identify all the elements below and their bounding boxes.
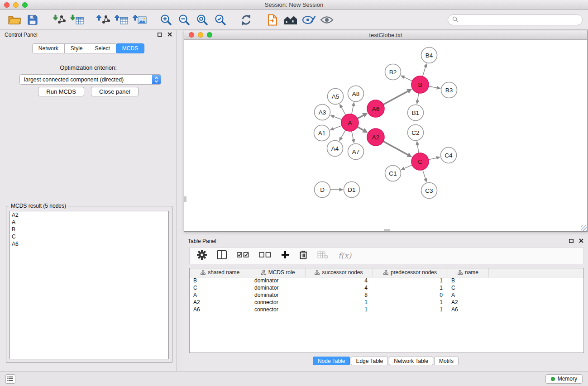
open-session-document-button[interactable] <box>263 12 282 28</box>
graph-edge-B-B1[interactable] <box>417 93 419 100</box>
close-panel-button[interactable]: Close panel <box>91 87 139 96</box>
table-cell[interactable]: dominator <box>251 284 305 291</box>
save-session-button[interactable] <box>24 12 42 28</box>
node-table[interactable]: shared nameMCDS rolesuccessor nodesprede… <box>189 268 584 353</box>
table-row[interactable]: Bdominator41B <box>190 277 583 284</box>
close-panel-icon[interactable] <box>167 32 172 38</box>
column-header-shared-name[interactable]: shared name <box>190 268 251 277</box>
graph-node-A4[interactable]: A4 <box>327 141 343 157</box>
float-table-panel-icon[interactable] <box>569 238 574 244</box>
graph-edge-B-B3[interactable] <box>429 86 437 88</box>
close-network-window-button[interactable] <box>189 32 194 38</box>
graph-edge-B-B4[interactable] <box>423 67 425 76</box>
graph-node-B1[interactable]: B1 <box>408 105 424 121</box>
column-header-name[interactable]: name <box>448 268 488 277</box>
delete-row-button[interactable] <box>299 250 307 262</box>
graph-edge-A-A7[interactable] <box>352 131 354 139</box>
optimization-criterion-select[interactable]: largest connected component (directed) <box>19 74 161 85</box>
graph-node-D[interactable]: D <box>315 182 330 198</box>
tab-network[interactable]: Network <box>32 43 65 53</box>
column-header-predecessor-nodes[interactable]: predecessor nodes <box>373 268 448 277</box>
table-cell[interactable]: 1 <box>373 299 448 306</box>
horizontal-scrollbar-stub[interactable] <box>384 229 390 231</box>
graph-edge-A-A3[interactable] <box>334 117 342 120</box>
result-item[interactable]: C <box>10 233 168 240</box>
table-cell[interactable]: 1 <box>373 306 448 313</box>
graph-node-A7[interactable]: A7 <box>348 144 364 160</box>
graph-node-A2[interactable]: A2 <box>367 129 384 146</box>
graph-node-C2[interactable]: C2 <box>408 125 424 141</box>
graph-node-B3[interactable]: B3 <box>441 82 457 98</box>
graph-edge-C-C3[interactable] <box>423 170 425 179</box>
table-cell[interactable]: A <box>448 291 488 299</box>
search-box[interactable] <box>448 14 583 25</box>
table-cell[interactable]: B <box>190 277 251 284</box>
table-row[interactable]: Adominator80A <box>190 291 583 299</box>
graph-node-C3[interactable]: C3 <box>421 183 437 199</box>
network-window-titlebar[interactable]: testGlobe.txt <box>184 30 587 40</box>
table-cell[interactable]: dominator <box>251 277 305 284</box>
float-panel-icon[interactable] <box>158 32 162 38</box>
table-cell[interactable]: A2 <box>448 299 488 306</box>
network-graph[interactable]: B4B2BB3A5A8A6B1A3AA1C2A2A4A7C4C1CC3DD1 <box>184 40 586 231</box>
graph-node-A5[interactable]: A5 <box>328 89 344 105</box>
graph-edge-C-C2[interactable] <box>417 145 419 153</box>
export-table-button[interactable] <box>112 12 130 28</box>
table-cell[interactable]: connector <box>251 299 305 306</box>
deselect-all-rows-button[interactable] <box>259 251 271 260</box>
import-table-disabled-button[interactable] <box>317 250 328 261</box>
column-header-successor-nodes[interactable]: successor nodes <box>305 268 373 277</box>
tab-network-table[interactable]: Network Table <box>389 357 433 365</box>
result-item[interactable]: A <box>10 219 168 226</box>
table-cell[interactable]: 1 <box>305 306 373 313</box>
column-chooser-button[interactable] <box>217 250 227 261</box>
table-row[interactable]: A2connector11A2 <box>190 299 583 306</box>
column-header-MCDS-role[interactable]: MCDS role <box>251 268 305 277</box>
show-graphics-details-button[interactable] <box>318 12 336 28</box>
memory-button[interactable]: Memory <box>545 374 583 384</box>
tab-edge-table[interactable]: Edge Table <box>351 357 388 365</box>
graph-edge-A-A4[interactable] <box>341 130 346 138</box>
vertical-scrollbar-stub[interactable] <box>184 196 186 202</box>
table-cell[interactable]: A2 <box>190 299 251 306</box>
graph-node-C1[interactable]: C1 <box>385 166 401 181</box>
mcds-result-list[interactable]: A2ABCA6 <box>10 211 169 359</box>
graph-edge-A-A8[interactable] <box>352 106 354 114</box>
graph-edge-A-A6[interactable] <box>358 115 363 119</box>
table-cell[interactable]: 4 <box>305 277 373 284</box>
zoom-network-window-button[interactable] <box>207 32 212 38</box>
result-item[interactable]: A6 <box>10 240 168 248</box>
network-canvas[interactable]: B4B2BB3A5A8A6B1A3AA1C2A2A4A7C4C1CC3DD1 <box>184 40 587 231</box>
table-row[interactable]: A6connector11A6 <box>190 306 583 313</box>
window-titlebar[interactable]: Session: New Session <box>0 0 588 10</box>
table-cell[interactable]: C <box>190 284 251 291</box>
run-mcds-button[interactable]: Run MCDS <box>38 87 84 96</box>
close-table-panel-icon[interactable] <box>579 238 583 244</box>
zoom-fit-button[interactable] <box>193 12 211 28</box>
graph-edge-C-C1[interactable] <box>404 165 412 169</box>
table-cell[interactable]: A <box>190 291 251 299</box>
table-row[interactable]: Cdominator41C <box>190 284 583 291</box>
graph-edge-A2-C[interactable] <box>383 141 408 155</box>
table-cell[interactable]: 4 <box>305 284 373 291</box>
result-item[interactable]: B <box>10 226 168 233</box>
table-cell[interactable]: 8 <box>305 291 373 299</box>
open-file-button[interactable] <box>5 12 24 28</box>
table-settings-button[interactable] <box>197 250 207 262</box>
graph-edge-A-A2[interactable] <box>358 127 363 130</box>
import-network-button[interactable] <box>50 12 68 28</box>
minimize-network-window-button[interactable] <box>198 32 203 38</box>
table-cell[interactable]: connector <box>251 306 305 313</box>
task-history-button[interactable] <box>5 374 15 384</box>
zoom-selected-button[interactable] <box>211 12 229 28</box>
select-all-rows-button[interactable] <box>237 251 249 260</box>
graph-node-B2[interactable]: B2 <box>385 64 401 80</box>
tab-select[interactable]: Select <box>89 43 116 53</box>
result-item[interactable]: A2 <box>10 211 168 219</box>
add-row-button[interactable] <box>281 251 289 261</box>
graph-edge-C-C4[interactable] <box>429 158 437 160</box>
table-cell[interactable]: C <box>448 284 488 291</box>
zoom-out-button[interactable] <box>175 12 193 28</box>
network-window[interactable]: testGlobe.txt B4B2BB3A5A8A6B1A3AA1C2A2A4… <box>184 30 588 232</box>
table-cell[interactable]: A6 <box>190 306 251 313</box>
